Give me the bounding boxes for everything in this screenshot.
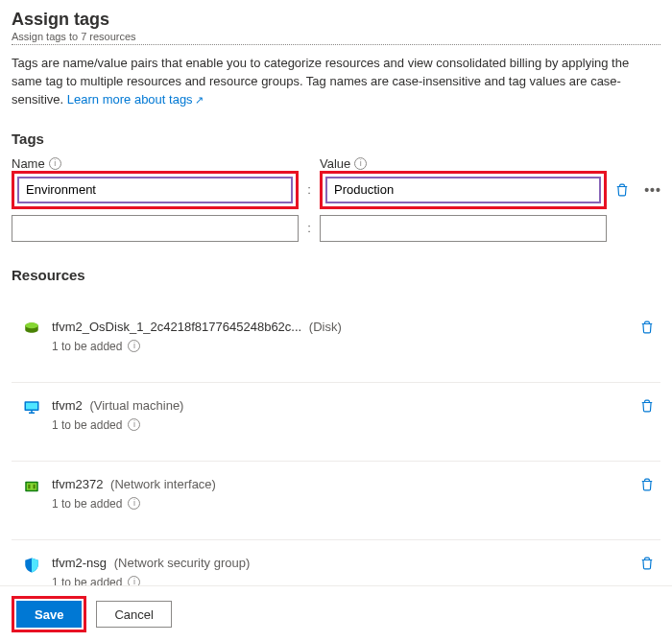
delete-tag-button[interactable] bbox=[611, 178, 634, 202]
resource-name: tfvm2 (Virtual machine) bbox=[52, 398, 657, 413]
page-title: Assign tags bbox=[12, 10, 660, 30]
svg-rect-4 bbox=[31, 411, 33, 413]
trash-icon bbox=[640, 557, 654, 570]
learn-more-link[interactable]: Learn more about tags↗ bbox=[67, 92, 204, 107]
resource-status: 1 to be added i bbox=[52, 418, 657, 432]
tag-name-input[interactable] bbox=[17, 177, 293, 203]
svg-rect-8 bbox=[28, 484, 30, 488]
divider bbox=[12, 44, 660, 45]
tag-value-label: Value i bbox=[320, 156, 607, 171]
highlight-box bbox=[320, 171, 607, 209]
resource-status: 1 to be added i bbox=[52, 497, 657, 511]
resource-type-text: (Virtual machine) bbox=[89, 398, 183, 413]
resource-item: tfvm2_OsDisk_1_2c4218f8177645248b62c... … bbox=[12, 304, 660, 382]
colon-separator: : bbox=[302, 182, 316, 197]
info-icon[interactable]: i bbox=[128, 340, 140, 352]
resource-type-text: (Disk) bbox=[309, 320, 342, 334]
resource-status-text: 1 to be added bbox=[52, 497, 122, 511]
resource-item: tfvm2372 (Network interface) 1 to be add… bbox=[12, 461, 660, 539]
info-icon[interactable]: i bbox=[128, 497, 140, 510]
more-options-button[interactable]: ••• bbox=[641, 178, 664, 202]
resource-status-text: 1 to be added bbox=[52, 418, 122, 432]
remove-resource-button[interactable] bbox=[637, 475, 657, 494]
highlight-box: Save bbox=[12, 596, 86, 632]
tag-name-input-empty[interactable] bbox=[12, 215, 299, 242]
resource-name-text: tfvm2372 bbox=[52, 477, 103, 491]
svg-point-1 bbox=[25, 322, 38, 328]
highlight-box bbox=[12, 171, 299, 209]
svg-rect-9 bbox=[34, 484, 36, 488]
vm-icon bbox=[23, 399, 40, 416]
trash-icon bbox=[640, 399, 654, 413]
tag-value-input-empty[interactable] bbox=[320, 215, 607, 242]
cancel-button[interactable]: Cancel bbox=[96, 601, 171, 628]
resource-status-text: 1 to be added bbox=[52, 340, 122, 353]
resource-name: tfvm2-nsg (Network security group) bbox=[52, 556, 657, 570]
colon-separator: : bbox=[302, 215, 316, 235]
learn-more-label: Learn more about tags bbox=[67, 92, 193, 107]
resource-type-text: (Network interface) bbox=[110, 477, 216, 491]
footer-bar: Save Cancel bbox=[0, 585, 672, 642]
resource-name: tfvm2372 (Network interface) bbox=[52, 477, 657, 491]
description-text: Tags are name/value pairs that enable yo… bbox=[12, 55, 660, 109]
resource-status: 1 to be added i bbox=[52, 340, 657, 353]
nsg-icon bbox=[23, 557, 40, 574]
tag-name-label: Name i bbox=[12, 156, 299, 171]
resource-name-text: tfvm2-nsg bbox=[52, 556, 107, 570]
page-subtitle: Assign tags to 7 resources bbox=[12, 31, 660, 42]
disk-icon bbox=[23, 321, 40, 338]
trash-icon bbox=[640, 478, 654, 491]
trash-icon bbox=[615, 183, 629, 197]
tag-value-input[interactable] bbox=[325, 177, 601, 203]
info-icon[interactable]: i bbox=[128, 418, 140, 431]
remove-resource-button[interactable] bbox=[637, 396, 657, 416]
remove-resource-button[interactable] bbox=[637, 318, 657, 337]
tag-value-label-text: Value bbox=[320, 156, 350, 171]
resource-name: tfvm2_OsDisk_1_2c4218f8177645248b62c... … bbox=[52, 320, 657, 334]
resource-name-text: tfvm2_OsDisk_1_2c4218f8177645248b62c... bbox=[52, 320, 301, 334]
nic-icon bbox=[23, 478, 40, 495]
resources-list: tfvm2_OsDisk_1_2c4218f8177645248b62c... … bbox=[12, 304, 660, 618]
tags-heading: Tags bbox=[12, 131, 660, 147]
resource-type-text: (Network security group) bbox=[114, 556, 251, 570]
external-link-icon: ↗ bbox=[195, 94, 204, 106]
info-icon[interactable]: i bbox=[354, 157, 367, 170]
resource-item: tfvm2 (Virtual machine) 1 to be added i bbox=[12, 382, 660, 461]
tag-name-label-text: Name bbox=[12, 156, 45, 171]
save-button[interactable]: Save bbox=[16, 601, 82, 628]
svg-rect-5 bbox=[26, 402, 37, 409]
trash-icon bbox=[640, 321, 654, 334]
info-icon[interactable]: i bbox=[49, 157, 61, 170]
ellipsis-icon: ••• bbox=[644, 182, 661, 198]
resource-name-text: tfvm2 bbox=[52, 398, 83, 413]
remove-resource-button[interactable] bbox=[637, 554, 657, 573]
resources-heading: Resources bbox=[12, 267, 660, 283]
